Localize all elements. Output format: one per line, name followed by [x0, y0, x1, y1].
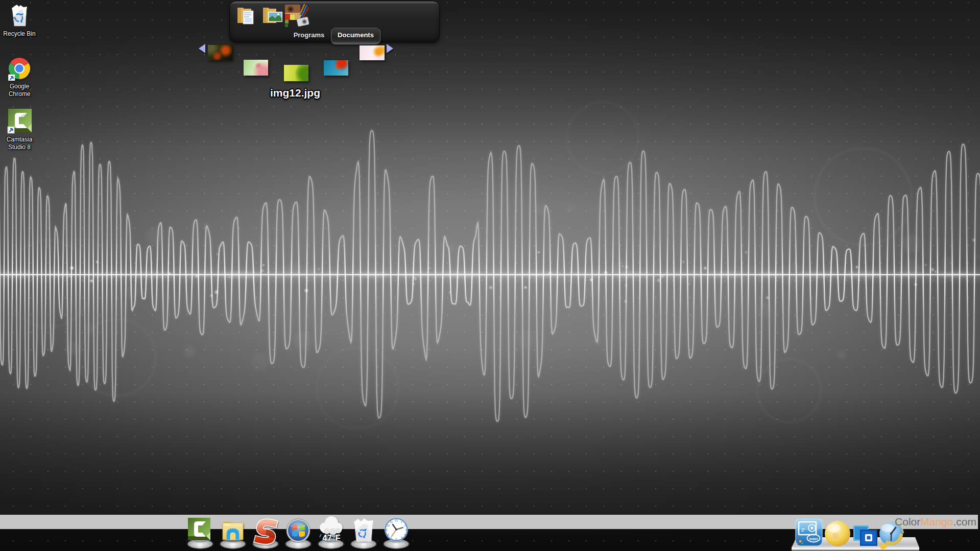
svg-text:3: 3 [405, 529, 407, 532]
svg-text:6: 6 [395, 538, 397, 541]
svg-text:10: 10 [387, 524, 390, 527]
svg-text:8: 8 [387, 533, 389, 536]
svg-text:11: 11 [390, 520, 393, 523]
svg-text:1: 1 [400, 520, 402, 523]
svg-text:12: 12 [395, 519, 398, 522]
svg-text:7: 7 [390, 536, 392, 539]
svg-text:2: 2 [404, 524, 405, 527]
svg-text:intel: intel [809, 537, 818, 541]
svg-text:4: 4 [404, 533, 405, 536]
svg-text:9: 9 [386, 529, 387, 532]
svg-text:5: 5 [401, 536, 402, 539]
svg-text:47°F: 47°F [322, 533, 340, 542]
